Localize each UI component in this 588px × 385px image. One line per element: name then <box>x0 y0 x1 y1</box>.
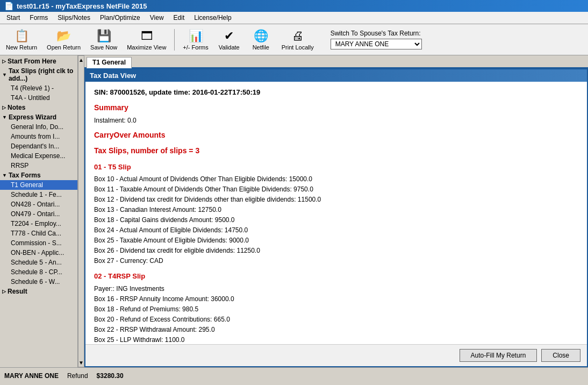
save-now-icon: 💾 <box>97 29 111 43</box>
maximize-view-label: Maximize View <box>127 44 166 51</box>
spouse-dropdown[interactable]: MARY ANNE ONESPOUSE TWO <box>331 39 422 49</box>
menu-item-start[interactable]: Start <box>2 13 24 23</box>
sidebar-section-start[interactable]: ▷Start From Here <box>0 56 77 66</box>
sidebar-item-general-info--do---[interactable]: General Info, Do... <box>0 122 77 132</box>
dialog-carryover-title: CarryOver Amounts <box>94 130 578 141</box>
spouse-label: Switch To Spouse's Tax Return: <box>331 30 422 37</box>
sidebar-item-schedule-8---cp---[interactable]: Schedule 8 - CP... <box>0 267 77 277</box>
dialog-taxslips-title: Tax Slips, number of slips = 3 <box>94 145 578 156</box>
plus-minus-forms-icon: 📊 <box>189 29 203 43</box>
sidebar-section-label-tax-forms: Tax Forms <box>9 172 41 179</box>
sidebar-item-dependant-s-in---[interactable]: Dependant's In... <box>0 141 77 151</box>
validate-icon: ✔ <box>224 29 234 43</box>
plus-minus-forms-button[interactable]: 📊+/- Forms <box>179 27 212 52</box>
sidebar-item-amounts-from-i---[interactable]: Amounts from I... <box>0 132 77 141</box>
validate-label: Validate <box>219 44 240 51</box>
menu-item-forms[interactable]: Forms <box>25 13 52 23</box>
new-return-label: New Return <box>6 44 37 51</box>
print-locally-button[interactable]: 🖨Print Locally <box>278 27 318 52</box>
slip-field: Box 26 - Dividend tax credit for eligibl… <box>94 246 578 255</box>
sidebar-item-schedule-1---fe---[interactable]: Schedule 1 - Fe... <box>0 190 77 199</box>
maximize-view-button[interactable]: 🗖Maximize View <box>123 27 170 52</box>
menu-item-license-help[interactable]: License/Help <box>190 13 235 23</box>
validate-button[interactable]: ✔Validate <box>214 27 244 52</box>
sidebar-section-label-start: Start From Here <box>8 58 56 65</box>
slip-field: Box 18 - Refund of Premiums: 980.5 <box>94 304 578 314</box>
window-title: test01.r15 - myTaxExpress NetFile 2015 <box>17 2 147 10</box>
bottom-name: MARY ANNE ONE <box>4 372 59 380</box>
dialog-footer: Auto-Fill My Return Close <box>85 344 587 366</box>
slip-field: Box 10 - Actual Amount of Dividends Othe… <box>94 174 578 184</box>
open-return-button[interactable]: 📂Open Return <box>43 27 84 52</box>
content-area: T1 General Tax Data From CRA's Auto-Fil.… <box>84 55 588 367</box>
dialog-summary-title: Summary <box>94 102 578 113</box>
sidebar: ▷Start From Here▼Tax Slips (right clk to… <box>0 55 78 367</box>
save-now-button[interactable]: 💾Save Now <box>87 27 121 52</box>
triangle-icon: ▼ <box>2 173 7 178</box>
sidebar-item-t2204---employ---[interactable]: T2204 - Employ... <box>0 219 77 229</box>
sidebar-section-notes[interactable]: ▷Notes <box>0 103 77 112</box>
sidebar-section-tax-slips[interactable]: ▼Tax Slips (right clk to add...) <box>0 66 77 83</box>
sidebar-section-tax-forms[interactable]: ▼Tax Forms <box>0 170 77 180</box>
sidebar-section-label-express-wizard: Express Wizard <box>9 113 56 121</box>
menu-item-edit[interactable]: Edit <box>169 13 189 23</box>
open-return-label: Open Return <box>47 44 81 51</box>
sidebar-item-on-ben---applic---[interactable]: ON-BEN - Applic... <box>0 248 77 258</box>
tax-data-dialog: Tax Data View SIN: 870001526, update tim… <box>84 68 588 367</box>
slip-field: Box 20 - Refund of Excess Contributions:… <box>94 315 578 324</box>
sidebar-item-t778---child-ca---[interactable]: T778 - Child Ca... <box>0 229 77 238</box>
print-locally-label: Print Locally <box>282 44 314 51</box>
tab-t1-general[interactable]: T1 General <box>87 57 132 68</box>
bottom-bar: MARY ANNE ONE Refund $3280.30 <box>0 367 588 383</box>
triangle-icon: ▼ <box>2 72 7 77</box>
sidebar-item-schedule-5---an---[interactable]: Schedule 5 - An... <box>0 258 77 267</box>
slip-field: Box 25 - Taxable Amount of Eligible Divi… <box>94 236 578 245</box>
app-icon: 📄 <box>4 2 13 10</box>
title-bar: 📄 test01.r15 - myTaxExpress NetFile 2015 <box>0 0 588 12</box>
dialog-title-bar: Tax Data View <box>85 69 587 82</box>
open-return-icon: 📂 <box>56 29 71 43</box>
sidebar-item-on428---ontari---[interactable]: ON428 - Ontari... <box>0 199 77 209</box>
slip-title-01: 01 - T5 Slip <box>94 162 578 173</box>
dialog-content: SIN: 870001526, update time: 2016-01-22T… <box>85 82 587 344</box>
spouse-select-container: MARY ANNE ONESPOUSE TWO <box>331 39 422 49</box>
slip-field: Box 22 - RRSP Withdrawal Amount: 295.0 <box>94 325 578 334</box>
slip-field: Box 16 - RRSP Annuity Income Amount: 360… <box>94 294 578 304</box>
slip-field: Box 12 - Dividend tax credit for Dividen… <box>94 195 578 204</box>
sidebar-item-t4--relev--1---[interactable]: T4 (Relevé 1) - <box>0 83 77 93</box>
auto-fill-button[interactable]: Auto-Fill My Return <box>460 349 537 362</box>
sidebar-item-rrsp[interactable]: RRSP <box>0 161 77 170</box>
triangle-icon: ▷ <box>2 289 6 294</box>
slip-field: Box 24 - Actual Amount of Eligible Divid… <box>94 225 578 235</box>
sidebar-item-t4a---untitled[interactable]: T4A - Untitled <box>0 93 77 103</box>
menu-item-slips-notes[interactable]: Slips/Notes <box>53 13 95 23</box>
new-return-button[interactable]: 📋New Return <box>2 27 41 52</box>
bottom-refund-label: Refund <box>67 372 88 380</box>
main-layout: ▷Start From Here▼Tax Slips (right clk to… <box>0 55 588 367</box>
sidebar-section-label-tax-slips: Tax Slips (right clk to add...) <box>9 67 75 82</box>
menu-bar: StartFormsSlips/NotesPlan/OptimizeViewEd… <box>0 12 588 24</box>
save-now-label: Save Now <box>90 44 117 51</box>
scroll-left[interactable]: ▲ ▼ <box>78 55 84 367</box>
toolbar-separator <box>174 29 175 51</box>
close-button[interactable]: Close <box>541 349 580 362</box>
triangle-icon: ▷ <box>2 59 6 64</box>
slip-title-02: 02 - T4RSP Slip <box>94 271 578 282</box>
sidebar-section-express-wizard[interactable]: ▼Express Wizard <box>0 112 77 122</box>
sidebar-item-on479---ontari---[interactable]: ON479 - Ontari... <box>0 209 77 219</box>
slip-field: Box 27 - Currency: CAD <box>94 256 578 266</box>
sidebar-item-schedule-6---w---[interactable]: Schedule 6 - W... <box>0 277 77 287</box>
sidebar-item-commission---s---[interactable]: Commission - S... <box>0 238 77 248</box>
toolbar: 📋New Return📂Open Return💾Save Now🗖Maximiz… <box>0 24 588 55</box>
menu-item-plan-optimize[interactable]: Plan/Optimize <box>96 13 145 23</box>
sidebar-section-label-notes: Notes <box>8 104 25 111</box>
slip-field: Box 18 - Capital Gains dividends Amount:… <box>94 215 578 225</box>
sidebar-item-medical-expense---[interactable]: Medical Expense... <box>0 151 77 161</box>
print-locally-icon: 🖨 <box>292 29 304 43</box>
sidebar-section-result[interactable]: ▷Result <box>0 287 77 296</box>
menu-item-view[interactable]: View <box>146 13 168 23</box>
slip-field: Box 11 - Taxable Amount of Dividends Oth… <box>94 184 578 194</box>
triangle-icon: ▷ <box>2 105 6 110</box>
netfile-button[interactable]: 🌐Netfile <box>246 27 276 52</box>
sidebar-item-t1-general[interactable]: T1 General <box>0 180 77 190</box>
